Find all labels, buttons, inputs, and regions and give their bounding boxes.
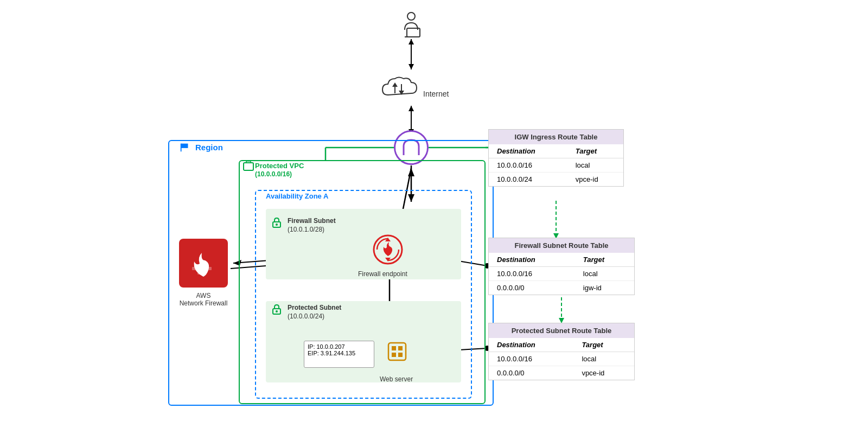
fw-col-target: Target <box>575 253 634 267</box>
table-cell: local <box>575 267 634 281</box>
igw-col-destination: Destination <box>489 144 567 158</box>
svg-rect-46 <box>388 343 406 360</box>
ps-col-destination: Destination <box>489 338 573 352</box>
vpc-label: Protected VPC (10.0.0.0/16) <box>255 162 304 178</box>
table-cell: 10.0.0.0/24 <box>489 173 567 187</box>
firewall-subnet-lock-icon <box>271 216 283 231</box>
aws-firewall-label: AWS Network Firewall <box>171 292 236 307</box>
table-row: 10.0.0.0/16local <box>489 267 634 281</box>
internet-label: Internet <box>423 90 449 98</box>
region-flag-icon <box>179 142 191 156</box>
svg-rect-51 <box>192 267 201 270</box>
protected-subnet-lock-icon <box>271 303 283 317</box>
table-cell: 0.0.0.0/0 <box>489 366 573 380</box>
table-cell: local <box>573 352 634 366</box>
igw-route-table-title: IGW Ingress Route Table <box>489 130 623 144</box>
table-row: 10.0.0.0/16local <box>489 158 623 173</box>
firewall-endpoint-icon <box>372 233 404 268</box>
protected-route-table: Protected Subnet Route Table Destination… <box>488 323 635 380</box>
svg-point-42 <box>276 310 278 312</box>
table-cell: vpce-id <box>567 173 623 187</box>
diagram-container: Internet Region Protected VPC (10.0.0.0/… <box>0 0 868 434</box>
protected-subnet-cidr: (10.0.0.0/24) <box>288 312 324 320</box>
firewall-route-table: Firewall Subnet Route Table Destination … <box>488 238 635 295</box>
table-cell: 10.0.0.0/16 <box>489 267 575 281</box>
protected-subnet-label: Protected Subnet <box>288 304 341 311</box>
firewall-endpoint-label: Firewall endpoint <box>358 270 407 278</box>
svg-marker-2 <box>409 64 414 69</box>
az-label: Availability Zone A <box>266 192 328 200</box>
user-icon <box>396 11 429 40</box>
webserver-info-box: IP: 10.0.0.207 EIP: 3.91.244.135 <box>304 341 374 368</box>
svg-rect-38 <box>244 163 253 170</box>
table-cell: 0.0.0.0/0 <box>489 281 575 295</box>
protected-route-table-title: Protected Subnet Route Table <box>489 323 634 338</box>
svg-rect-47 <box>392 346 396 350</box>
table-cell: 10.0.0.0/16 <box>489 158 567 173</box>
internet-icon <box>380 71 423 105</box>
table-row: 0.0.0.0/0vpce-id <box>489 366 634 380</box>
svg-rect-49 <box>392 353 396 357</box>
webserver-label: Web server <box>380 375 413 383</box>
svg-point-40 <box>276 224 278 226</box>
igw-route-table: IGW Ingress Route Table Destination Targ… <box>488 129 624 187</box>
webserver-ip: IP: 10.0.0.207 <box>308 343 371 350</box>
webserver-eip: EIP: 3.91.244.135 <box>308 350 371 356</box>
table-row: 0.0.0.0/0igw-id <box>489 281 634 295</box>
svg-marker-34 <box>392 82 398 87</box>
firewall-route-table-title: Firewall Subnet Route Table <box>489 238 634 253</box>
aws-network-firewall-icon <box>179 239 228 288</box>
table-cell: vpce-id <box>573 366 634 380</box>
table-cell: 10.0.0.0/16 <box>489 352 573 366</box>
svg-point-30 <box>407 12 415 20</box>
svg-rect-50 <box>398 353 403 357</box>
vpc-icon <box>242 160 254 174</box>
table-cell: igw-id <box>575 281 634 295</box>
svg-rect-48 <box>398 346 403 350</box>
svg-rect-52 <box>203 267 212 270</box>
table-row: 10.0.0.0/24vpce-id <box>489 173 623 187</box>
fw-col-destination: Destination <box>489 253 575 267</box>
table-row: 10.0.0.0/16local <box>489 352 634 366</box>
svg-rect-53 <box>197 271 206 275</box>
firewall-subnet-label: Firewall Subnet <box>288 217 336 225</box>
igw-col-target: Target <box>567 144 623 158</box>
firewall-subnet-cidr: (10.0.1.0/28) <box>288 226 324 233</box>
region-label: Region <box>195 143 223 152</box>
ps-col-target: Target <box>573 338 634 352</box>
table-cell: local <box>567 158 623 173</box>
webserver-icon <box>387 342 407 363</box>
svg-marker-4 <box>409 106 414 111</box>
